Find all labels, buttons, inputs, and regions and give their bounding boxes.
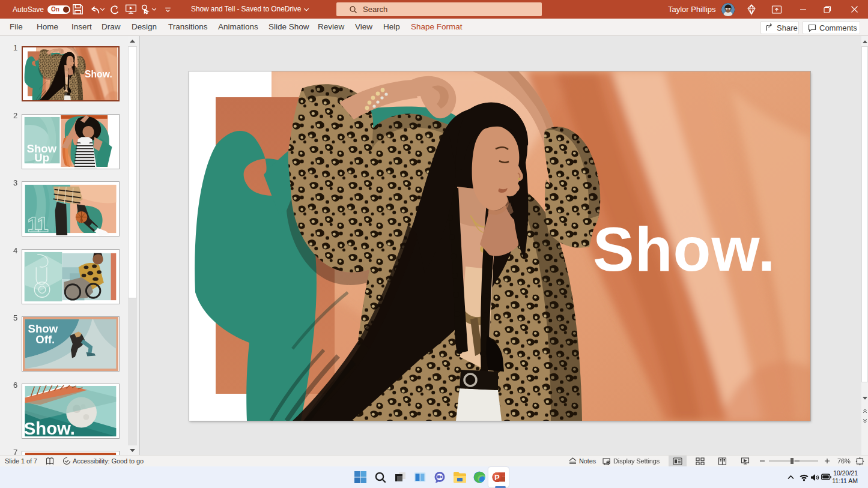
- svg-text:P: P: [494, 474, 499, 482]
